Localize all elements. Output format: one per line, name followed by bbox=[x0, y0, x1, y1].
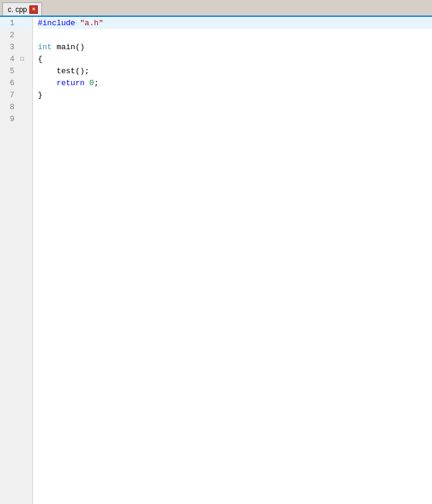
code-token: { bbox=[38, 55, 43, 64]
code-token: ; bbox=[94, 79, 99, 88]
tab-close-button[interactable]: × bbox=[29, 5, 38, 14]
line-number-row: 3 bbox=[0, 41, 32, 53]
editor-container: c. cpp × 1234□56789 #include "a.h"int ma… bbox=[0, 0, 432, 504]
line-number-row: 9 bbox=[0, 113, 32, 125]
line-number: 3 bbox=[0, 43, 18, 52]
code-token: } bbox=[38, 91, 43, 100]
editor-area: 1234□56789 #include "a.h"int main(){ tes… bbox=[0, 16, 432, 504]
code-token bbox=[85, 79, 89, 88]
line-number: 7 bbox=[0, 91, 18, 100]
tab-bar: c. cpp × bbox=[0, 0, 432, 16]
line-number-row: 8 bbox=[0, 101, 32, 113]
code-line: #include "a.h" bbox=[38, 17, 432, 29]
code-line: } bbox=[38, 89, 432, 101]
line-number-row: 4□ bbox=[0, 53, 32, 65]
line-number-row: 7 bbox=[0, 89, 32, 101]
fold-indicator[interactable]: □ bbox=[18, 56, 26, 62]
line-number-row: 1 bbox=[0, 17, 32, 29]
code-token bbox=[38, 79, 56, 88]
line-number-row: 6 bbox=[0, 77, 32, 89]
line-number-row: 5 bbox=[0, 65, 32, 77]
line-number: 8 bbox=[0, 103, 18, 112]
line-number: 2 bbox=[0, 31, 18, 40]
line-number: 9 bbox=[0, 115, 18, 124]
tab-label: c. cpp bbox=[8, 5, 27, 14]
code-token: #include bbox=[38, 19, 80, 28]
code-line bbox=[38, 101, 432, 113]
line-number: 1 bbox=[0, 19, 18, 28]
code-line: { bbox=[38, 53, 432, 65]
code-line: return 0; bbox=[38, 77, 432, 89]
code-area[interactable]: #include "a.h"int main(){ test(); return… bbox=[33, 17, 432, 504]
code-line: int main() bbox=[38, 41, 432, 53]
line-number: 4 bbox=[0, 55, 18, 64]
line-number: 6 bbox=[0, 79, 18, 88]
file-tab[interactable]: c. cpp × bbox=[2, 2, 42, 16]
code-token: test(); bbox=[38, 67, 89, 76]
code-token: "a.h" bbox=[80, 19, 103, 28]
code-token: 0 bbox=[89, 79, 94, 88]
code-token: int bbox=[38, 43, 52, 52]
code-line bbox=[38, 113, 432, 125]
code-line bbox=[38, 29, 432, 41]
line-number: 5 bbox=[0, 67, 18, 76]
code-token: main() bbox=[52, 43, 85, 52]
code-token: return bbox=[56, 79, 85, 88]
line-numbers-panel: 1234□56789 bbox=[0, 17, 33, 504]
code-line: test(); bbox=[38, 65, 432, 77]
line-number-row: 2 bbox=[0, 29, 32, 41]
